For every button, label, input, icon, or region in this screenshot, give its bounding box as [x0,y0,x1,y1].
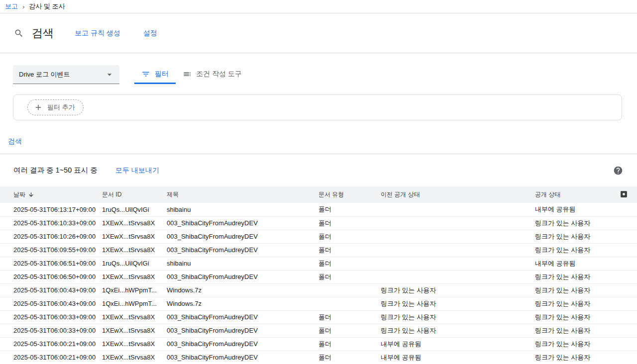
cell-title: 003_ShibaCityFromAudreyDEV [167,230,318,243]
table-row[interactable]: 2025-05-31T06:00:33+09:001XEwX...tSrvsa8… [0,324,637,337]
cell-visibility: 링크가 있는 사용자 [535,216,615,230]
cell-spacer [615,203,637,216]
results-bar: 여러 결과 중 1~50 표시 중 모두 내보내기 [0,154,637,186]
cell-date: 2025-05-31T06:00:43+09:00 [0,283,102,297]
cell-doc-type: 폴더 [318,203,381,216]
breadcrumb-current-page: 감사 및 조사 [29,2,65,11]
cell-spacer [615,230,637,243]
cell-doc-type: 폴더 [318,270,381,283]
column-header-doc-type[interactable]: 문서 유형 [318,186,381,203]
cell-doc-id: 1XEwX...tSrvsa8X [102,324,167,337]
create-reporting-rule-link[interactable]: 보고 규칙 생성 [75,29,120,38]
cell-title: 003_ShibaCityFromAudreyDEV [167,270,318,283]
search-icon [14,28,24,38]
cell-date: 2025-05-31T06:09:55+09:00 [0,243,102,257]
cell-prev-visibility: 내부에 공유됨 [381,351,535,364]
table-row[interactable]: 2025-05-31T06:00:21+09:001XEwX...tSrvsa8… [0,351,637,364]
column-header-date[interactable]: 날짜 [0,186,102,203]
cell-date: 2025-05-31T06:10:26+09:00 [0,230,102,243]
cell-date: 2025-05-31T06:00:21+09:00 [0,337,102,351]
cell-visibility: 링크가 있는 사용자 [535,283,615,297]
column-header-visibility[interactable]: 공개 상태 [535,186,615,203]
cell-doc-id: 1ruQs...UilQvIGi [102,257,167,270]
cell-date: 2025-05-31T06:00:43+09:00 [0,297,102,310]
table-row[interactable]: 2025-05-31T06:06:50+09:001XEwX...tSrvsa8… [0,270,637,283]
column-header-prev-visibility[interactable]: 이전 공개 상태 [381,186,535,203]
cell-visibility: 링크가 있는 사용자 [535,337,615,351]
cell-visibility: 링크가 있는 사용자 [535,310,615,324]
cell-title: shibainu [167,257,318,270]
table-row[interactable]: 2025-05-31T06:00:43+09:001QxEi...hWPpmT.… [0,297,637,310]
cell-doc-type: 폴더 [318,216,381,230]
filter-box: 필터 추가 [13,94,622,120]
table-row[interactable]: 2025-05-31T06:06:51+09:001ruQs...UilQvIG… [0,257,637,270]
cell-prev-visibility: 링크가 있는 사용자 [381,297,535,310]
cell-spacer [615,270,637,283]
breadcrumb: 보고 › 감사 및 조사 [0,0,637,13]
cell-title: 003_ShibaCityFromAudreyDEV [167,324,318,337]
tab-condition-builder[interactable]: 조건 작성 도구 [176,65,249,84]
search-action-row: 검색 [0,120,637,154]
cell-prev-visibility [381,243,535,257]
cell-title: 003_ShibaCityFromAudreyDEV [167,243,318,257]
cell-date: 2025-05-31T06:06:51+09:00 [0,257,102,270]
search-header: 검색 보고 규칙 생성 설정 [0,13,637,53]
results-summary: 여러 결과 중 1~50 표시 중 [13,166,98,175]
table-row[interactable]: 2025-05-31T06:00:43+09:001QxEi...hWPpmT.… [0,283,637,297]
condition-builder-icon [183,70,192,79]
cell-doc-id: 1XEwX...tSrvsa8X [102,270,167,283]
cell-doc-type: 폴더 [318,230,381,243]
table-row[interactable]: 2025-05-31T06:10:33+09:001XEwX...tSrvsa8… [0,216,637,230]
manage-columns-icon[interactable] [620,190,628,198]
cell-doc-id: 1QxEi...hWPpmT... [102,297,167,310]
cell-doc-type: 폴더 [318,310,381,324]
cell-date: 2025-05-31T06:00:33+09:00 [0,324,102,337]
cell-spacer [615,297,637,310]
cell-doc-id: 1XEwX...tSrvsa8X [102,216,167,230]
cell-prev-visibility [381,230,535,243]
table-row[interactable]: 2025-05-31T06:09:55+09:001XEwX...tSrvsa8… [0,243,637,257]
cell-visibility: 링크가 있는 사용자 [535,324,615,337]
table-row[interactable]: 2025-05-31T06:00:33+09:001XEwX...tSrvsa8… [0,310,637,324]
log-table-body: 2025-05-31T06:13:17+09:001ruQs...UilQvIG… [0,203,637,364]
data-source-dropdown[interactable]: Drive 로그 이벤트 [13,65,119,84]
cell-title: 003_ShibaCityFromAudreyDEV [167,337,318,351]
settings-link[interactable]: 설정 [143,29,157,38]
cell-doc-id: 1XEwX...tSrvsa8X [102,230,167,243]
cell-doc-id: 1XEwX...tSrvsa8X [102,351,167,364]
table-row[interactable]: 2025-05-31T06:13:17+09:001ruQs...UilQvIG… [0,203,637,216]
column-header-doc-id[interactable]: 문서 ID [102,186,167,203]
cell-visibility: 링크가 있는 사용자 [535,297,615,310]
cell-prev-visibility: 내부에 공유됨 [381,337,535,351]
search-button[interactable]: 검색 [8,137,22,146]
cell-spacer [615,216,637,230]
column-header-date-label: 날짜 [13,190,25,199]
query-builder-section: Drive 로그 이벤트 필터 조건 작성 도구 [0,53,637,120]
tab-filter-label: 필터 [155,70,169,79]
data-source-value: Drive 로그 이벤트 [19,70,70,79]
cell-visibility: 링크가 있는 사용자 [535,270,615,283]
sort-desc-icon [28,191,34,198]
cell-visibility: 링크가 있는 사용자 [535,243,615,257]
add-filter-button[interactable]: 필터 추가 [27,99,84,115]
cell-prev-visibility: 링크가 있는 사용자 [381,283,535,297]
help-icon[interactable] [613,166,623,176]
cell-doc-type [318,283,381,297]
column-header-title[interactable]: 제목 [167,186,318,203]
cell-prev-visibility [381,203,535,216]
table-row[interactable]: 2025-05-31T06:10:26+09:001XEwX...tSrvsa8… [0,230,637,243]
tab-filter[interactable]: 필터 [134,65,176,84]
table-row[interactable]: 2025-05-31T06:00:21+09:001XEwX...tSrvsa8… [0,337,637,351]
cell-doc-id: 1XEwX...tSrvsa8X [102,243,167,257]
add-filter-label: 필터 추가 [47,103,75,112]
cell-spacer [615,257,637,270]
export-all-link[interactable]: 모두 내보내기 [115,166,159,175]
tab-condition-builder-label: 조건 작성 도구 [196,70,242,79]
cell-date: 2025-05-31T06:10:33+09:00 [0,216,102,230]
breadcrumb-reports-link[interactable]: 보고 [5,2,18,11]
cell-prev-visibility: 링크가 있는 사용자 [381,324,535,337]
query-tabs: 필터 조건 작성 도구 [134,65,249,84]
cell-prev-visibility [381,270,535,283]
filter-icon [141,70,150,79]
cell-spacer [615,310,637,324]
